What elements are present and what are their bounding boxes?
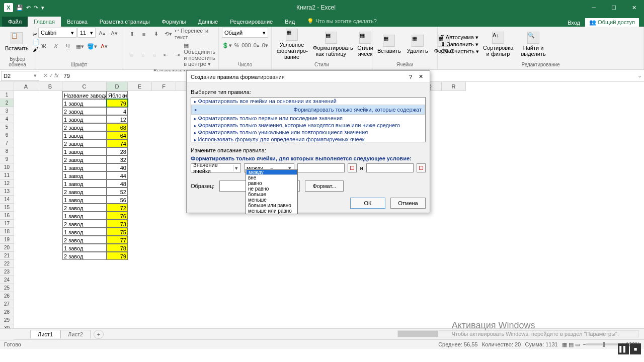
operator-option[interactable]: равно <box>246 180 297 186</box>
cell-C11[interactable]: 1 завод <box>62 171 107 179</box>
grow-font-icon[interactable]: A▴ <box>97 28 108 39</box>
cell-D17[interactable]: 73 <box>107 220 128 228</box>
dialog-help-icon[interactable]: ? <box>406 74 416 80</box>
cell-C19[interactable]: 2 завод <box>62 236 107 244</box>
operator-option[interactable]: между <box>246 169 297 175</box>
save-icon[interactable]: 💾 <box>16 5 23 11</box>
delete-cells-button[interactable]: ▦Удалить <box>405 34 430 55</box>
cell-D14[interactable]: 56 <box>107 196 128 204</box>
row-header-15[interactable]: 15 <box>0 204 14 212</box>
cell-D7[interactable]: 74 <box>107 139 128 147</box>
bold-icon[interactable]: Ж <box>38 41 49 52</box>
col-header-E[interactable]: E <box>128 82 152 91</box>
row-header-18[interactable]: 18 <box>0 228 14 236</box>
font-color-icon[interactable]: A▾ <box>99 41 110 52</box>
minimize-button[interactable]: ─ <box>584 0 604 15</box>
percent-icon[interactable]: % <box>233 40 240 51</box>
row-header-2[interactable]: 2 <box>0 99 14 107</box>
redo-icon[interactable]: ↷ <box>34 5 38 11</box>
row-header-7[interactable]: 7 <box>0 139 14 147</box>
operator-option[interactable]: меньше или равно <box>246 208 297 214</box>
cell-D3[interactable]: 4 <box>107 107 128 115</box>
fill-button[interactable]: ⬇ Заполнить ▾ <box>441 41 479 48</box>
fx-icon[interactable]: fx <box>54 72 59 79</box>
paste-button[interactable]: 📋Вставить <box>3 31 31 52</box>
inc-dec-icon[interactable]: .0▴ <box>252 40 260 51</box>
row-header-29[interactable]: 29 <box>0 316 14 324</box>
row-header-6[interactable]: 6 <box>0 131 14 139</box>
value2-input[interactable] <box>366 163 414 172</box>
col-header-F[interactable]: F <box>152 82 176 91</box>
insert-cells-button[interactable]: ▦Вставить <box>375 34 403 55</box>
tab-home[interactable]: Главная <box>28 17 61 27</box>
indent-inc-icon[interactable]: ⇥ <box>172 49 183 60</box>
sheet-tab-2[interactable]: Лист2 <box>60 330 91 338</box>
cell-D20[interactable]: 78 <box>107 244 128 252</box>
row-header-19[interactable]: 19 <box>0 236 14 244</box>
row-header-3[interactable]: 3 <box>0 107 14 115</box>
rule-type-option[interactable]: Форматировать только первые или последни… <box>191 115 425 122</box>
sheet-tab-1[interactable]: Лист1 <box>30 330 60 338</box>
stop-icon[interactable]: ■ <box>630 343 641 354</box>
italic-icon[interactable]: К <box>50 41 61 52</box>
operator-option[interactable]: меньше <box>246 197 297 203</box>
value1-input[interactable] <box>297 163 345 172</box>
row-header-27[interactable]: 27 <box>0 300 14 308</box>
row-header-22[interactable]: 22 <box>0 260 14 268</box>
tab-layout[interactable]: Разметка страницы <box>94 17 156 27</box>
rule-type-option[interactable]: Использовать формулу для определения фор… <box>191 136 425 142</box>
cell-D11[interactable]: 44 <box>107 171 128 179</box>
cancel-button[interactable]: Отмена <box>390 198 426 209</box>
row-header-13[interactable]: 13 <box>0 188 14 196</box>
row-header-23[interactable]: 23 <box>0 268 14 276</box>
row-header-9[interactable]: 9 <box>0 155 14 163</box>
currency-icon[interactable]: 💲▾ <box>222 40 232 51</box>
row-header-4[interactable]: 4 <box>0 115 14 123</box>
h-scrollbar[interactable] <box>397 330 639 337</box>
operator-option[interactable]: вне <box>246 175 297 180</box>
cell-D12[interactable]: 48 <box>107 179 128 188</box>
borders-icon[interactable]: ▦▾ <box>74 41 86 52</box>
cell-D13[interactable]: 52 <box>107 188 128 196</box>
cell-D6[interactable]: 64 <box>107 131 128 139</box>
cell-C20[interactable]: 1 завод <box>62 244 107 252</box>
tab-review[interactable]: Рецензирование <box>224 17 279 27</box>
indent-dec-icon[interactable]: ⇤ <box>161 49 172 60</box>
cell-D18[interactable]: 75 <box>107 228 128 236</box>
cell-C9[interactable]: 2 завод <box>62 155 107 163</box>
underline-icon[interactable]: Ч <box>62 41 73 52</box>
cell-C21[interactable]: 2 завод <box>62 252 107 260</box>
rule-type-list[interactable]: Форматировать все ячейки на основании их… <box>191 97 426 142</box>
col-header-R[interactable]: R <box>442 82 466 91</box>
orient-icon[interactable]: ⟲▾ <box>163 29 174 40</box>
cond-format-button[interactable]: ▦Условное форматиро-вание <box>275 28 309 61</box>
view-layout-icon[interactable]: ▤ <box>569 341 574 348</box>
cell-D5[interactable]: 68 <box>107 123 128 131</box>
cell-C6[interactable]: 1 завод <box>62 131 107 139</box>
cell-C13[interactable]: 2 завод <box>62 188 107 196</box>
pause-icon[interactable]: ▌▌ <box>618 343 629 354</box>
cell-D19[interactable]: 77 <box>107 236 128 244</box>
value1-ref-button[interactable] <box>348 163 357 172</box>
view-break-icon[interactable]: ▭ <box>575 341 580 348</box>
find-select-button[interactable]: 🔍Найти и выделить <box>517 31 549 58</box>
align-right-icon[interactable]: ≡ <box>149 49 160 60</box>
enter-formula-icon[interactable]: ✓ <box>49 72 53 79</box>
qat-dropdown-icon[interactable]: ▾ <box>41 5 44 11</box>
rule-type-option[interactable]: Форматировать все ячейки на основании их… <box>191 98 425 105</box>
sort-filter-button[interactable]: A↓Сортировка и фильтр <box>481 31 515 58</box>
col-header-A[interactable]: A <box>14 82 38 91</box>
cell-C5[interactable]: 2 завод <box>62 123 107 131</box>
align-center-icon[interactable]: ≡ <box>138 49 148 60</box>
tab-view[interactable]: Вид <box>279 17 301 27</box>
tab-insert[interactable]: Вставка <box>61 17 94 27</box>
cell-C8[interactable]: 1 завод <box>62 147 107 155</box>
tab-formulas[interactable]: Формулы <box>156 17 192 27</box>
align-top-icon[interactable]: ⬆ <box>126 29 137 40</box>
close-button[interactable]: ✕ <box>624 0 644 15</box>
dec-dec-icon[interactable]: .0▾ <box>261 40 268 51</box>
basis-combo[interactable]: Значение ячейки▾ <box>191 163 241 172</box>
align-left-icon[interactable]: ≡ <box>126 49 137 60</box>
autosum-button[interactable]: Σ Автосумма ▾ <box>441 34 479 41</box>
maximize-button[interactable]: ☐ <box>604 0 624 15</box>
